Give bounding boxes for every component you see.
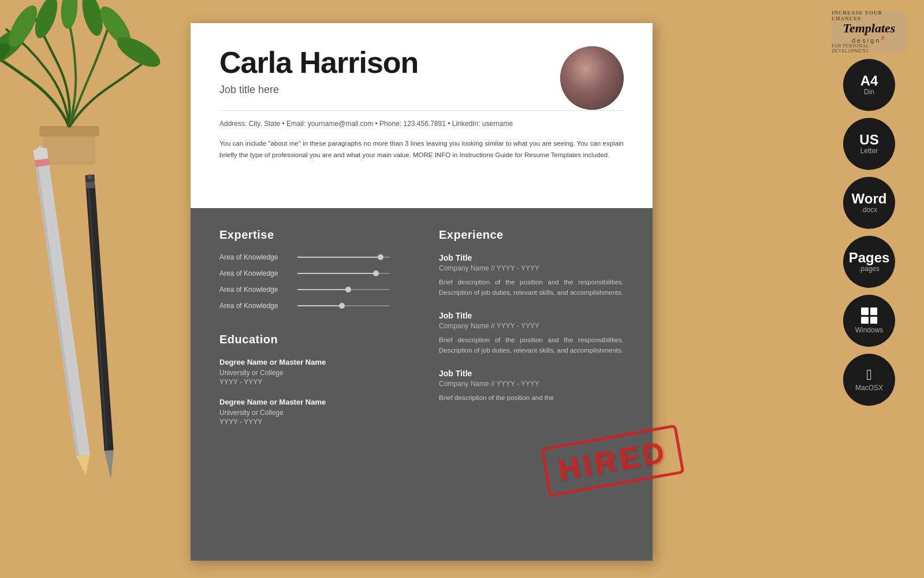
badge-word[interactable]: Word .docx [843,177,895,229]
svg-marker-12 [76,454,93,476]
skill-label-2: Area of Knowledge [219,269,295,277]
expertise-title: Expertise [219,228,416,242]
badge-a4-main: A4 [860,74,878,88]
badge-a4[interactable]: A4 Din [843,59,895,111]
skill-label-3: Area of Knowledge [219,286,295,294]
plant-decoration [0,0,162,168]
skill-dot-1 [378,254,383,260]
badge-pages[interactable]: Pages .pages [843,236,895,288]
skill-label-4: Area of Knowledge [219,302,295,310]
skill-item: Area of Knowledge [219,302,416,310]
svg-rect-0 [43,133,95,165]
badge-pages-main: Pages [849,251,890,265]
svg-rect-16 [86,185,114,451]
skill-track-4 [297,305,390,306]
skill-track-1 [297,257,390,258]
exp-desc-2: Brief description of the position and th… [439,335,624,356]
brand-tagline-bottom: FOR PERSONAL DEVELOPMENT [832,43,907,54]
exp-company-3: Company Name // YYYY - YYYY [439,380,624,388]
svg-marker-18 [105,450,116,480]
education-title: Education [219,333,416,346]
experience-title: Experience [439,228,624,242]
skill-fill-2 [297,273,376,274]
badge-macosx-label: MacOSX [855,384,883,392]
pen-decoration [84,173,117,486]
resume-body: Expertise Area of Knowledge Area of Know… [191,208,653,561]
exp-job-title-2: Job Title [439,311,624,320]
edu-school-2: University or College [219,409,416,417]
badge-windows[interactable]: Windows [843,295,895,347]
brand-tagline-top: INCREASE YOUR CHANCES [832,10,907,21]
exp-desc-1: Brief description of the position and th… [439,277,624,298]
badge-pages-sub: .pages [859,265,880,273]
pencil-decoration [32,145,94,479]
windows-quad-4 [870,317,878,324]
skill-track-2 [297,273,390,274]
edu-years-2: YYYY - YYYY [219,418,416,426]
skill-dot-4 [339,303,345,309]
edu-degree-1: Degree Name or Master Name [219,358,416,366]
skill-item: Area of Knowledge [219,253,416,261]
windows-quad-2 [870,307,878,315]
exp-company-2: Company Name // YYYY - YYYY [439,322,624,330]
badge-windows-label: Windows [855,326,884,334]
brand-design: design® [852,35,886,44]
resume-contact: Address: City, State • Email: yourname@m… [219,110,624,128]
windows-quad-3 [861,317,869,324]
resume-left-column: Expertise Area of Knowledge Area of Know… [219,228,416,543]
badge-macosx[interactable]:  MacOSX [843,354,895,406]
badge-word-main: Word [852,192,887,206]
badge-word-sub: .docx [861,206,878,214]
exp-company-1: Company Name // YYYY - YYYY [439,264,624,272]
badge-us-sub: Letter [860,147,878,155]
right-sidebar: INCREASE YOUR CHANCES Templates design® … [826,12,912,406]
skill-label-1: Area of Knowledge [219,253,295,261]
skill-fill-4 [297,305,342,306]
skill-fill-3 [297,289,348,290]
edu-years-1: YYYY - YYYY [219,378,416,386]
windows-icon [861,307,877,324]
skill-item: Area of Knowledge [219,269,416,277]
resume-right-column: Experience Job Title Company Name // YYY… [439,228,624,543]
skill-fill-1 [297,257,381,258]
brand-name: Templates [843,21,896,35]
edu-degree-2: Degree Name or Master Name [219,398,416,406]
exp-job-title-3: Job Title [439,369,624,378]
apple-icon:  [866,368,872,383]
resume-header: Carla Harrison Job title here Address: C… [191,23,653,208]
profile-photo [560,46,624,110]
exp-desc-3: Brief description of the position and th… [439,392,624,403]
windows-quad-1 [861,307,869,315]
svg-point-5 [59,0,79,29]
brand-logo: INCREASE YOUR CHANCES Templates design® … [832,12,907,52]
svg-rect-1 [39,126,99,136]
resume-summary: You can include "about me" in these para… [219,138,624,161]
education-section: Education Degree Name or Master Name Uni… [219,333,416,426]
badge-us-main: US [859,133,878,147]
skill-dot-3 [345,287,351,292]
expertise-section: Expertise Area of Knowledge Area of Know… [219,228,416,310]
edu-school-1: University or College [219,369,416,377]
skill-item: Area of Knowledge [219,286,416,294]
skill-track-3 [297,289,390,290]
badge-a4-sub: Din [864,88,874,96]
svg-rect-11 [35,164,79,457]
exp-job-title-1: Job Title [439,253,624,262]
badge-us[interactable]: US Letter [843,118,895,170]
skill-dot-2 [373,271,379,276]
